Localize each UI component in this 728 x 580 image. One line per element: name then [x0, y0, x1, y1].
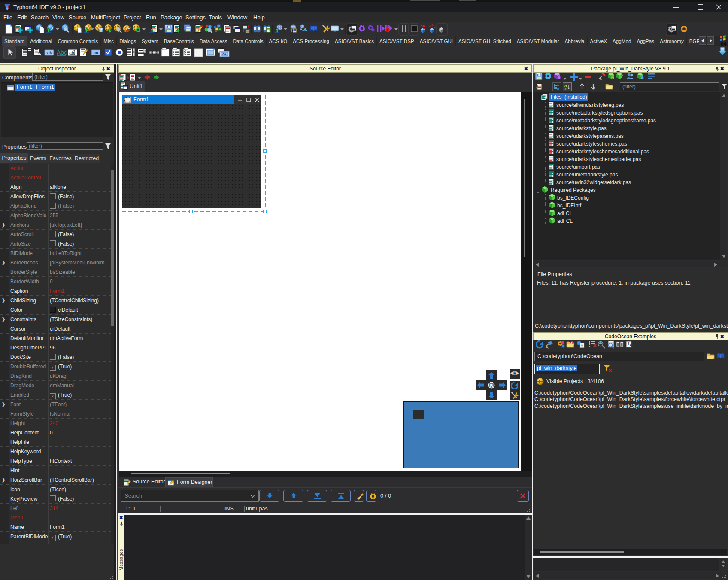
- svg-text:R: R: [490, 383, 493, 388]
- svg-text:Z: Z: [564, 87, 567, 91]
- svg-text:Abc: Abc: [57, 49, 67, 56]
- svg-text:B: B: [267, 29, 270, 33]
- svg-text:R: R: [571, 341, 573, 344]
- svg-text:on: on: [94, 51, 98, 55]
- svg-text:Ok: Ok: [46, 51, 52, 55]
- svg-text:ab: ab: [69, 50, 74, 55]
- svg-text:!: !: [622, 74, 623, 76]
- svg-text:Ok: Ok: [222, 52, 227, 56]
